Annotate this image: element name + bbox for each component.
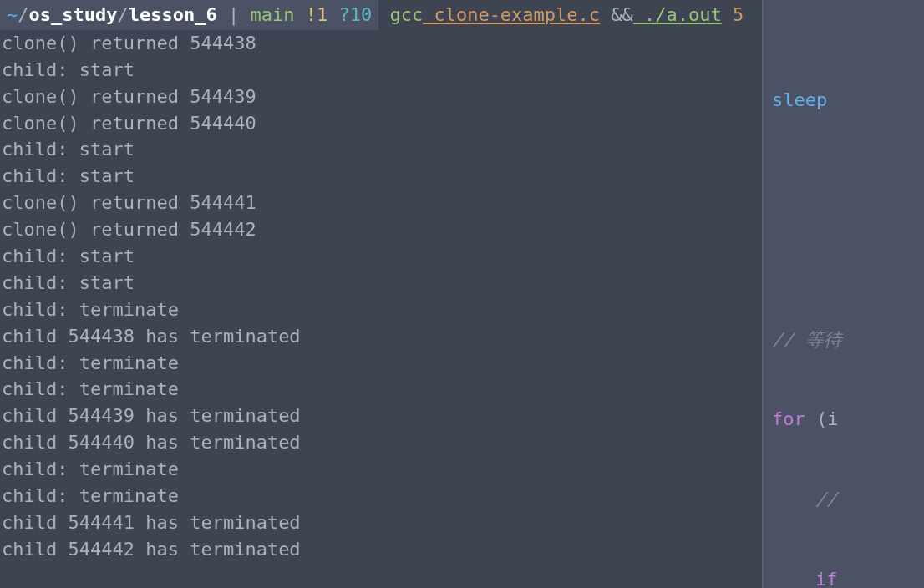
output-line: child: terminate [0, 456, 762, 483]
prompt-wrapper: ~/os_study/lesson_6 | main !1 ?10 gcc cl… [0, 0, 762, 30]
cmd-and: && [600, 4, 633, 25]
output-line: child: start [0, 136, 762, 163]
path-dir-1: os_study [29, 4, 118, 25]
code-line: for (i [772, 406, 924, 433]
output-line: child 544440 has terminated [0, 429, 762, 456]
code-line: sleep [772, 87, 924, 114]
output-line: child: terminate [0, 483, 762, 509]
output-line: child 544439 has terminated [0, 403, 762, 429]
code-line: // [772, 486, 924, 513]
output-line: child: start [0, 163, 762, 190]
output-line: child: terminate [0, 376, 762, 403]
code-pane[interactable]: sleep // 等待 for (i // if pr } // 回收 for … [764, 0, 924, 588]
code-line: // 等待 [772, 327, 924, 353]
terminal-pane[interactable]: ~/os_study/lesson_6 | main !1 ?10 gcc cl… [0, 0, 762, 588]
code-line: if [772, 566, 924, 588]
output-line: child: start [0, 243, 762, 270]
git-branch: main [250, 4, 294, 25]
git-staged: !1 [294, 4, 327, 25]
prompt-segment: ~/os_study/lesson_6 | main !1 ?10 [0, 0, 378, 30]
output-line: clone() returned 544438 [0, 30, 762, 57]
output-line: child: terminate [0, 297, 762, 323]
output-line: clone() returned 544441 [0, 190, 762, 216]
prompt-pipe: | [217, 4, 251, 25]
output-line: clone() returned 544442 [0, 216, 762, 243]
cmd-gcc: gcc [389, 4, 423, 25]
git-untracked: ?10 [327, 4, 372, 25]
cmd-file: clone-example.c [423, 4, 600, 25]
path-dir-2: lesson_6 [129, 4, 217, 25]
output-line: child: start [0, 270, 762, 297]
output-line: child: start [0, 57, 762, 84]
output-line: clone() returned 544440 [0, 110, 762, 137]
code-blank [772, 246, 924, 273]
output-line: child 544442 has terminated [0, 536, 762, 563]
path-sep-2: / [117, 4, 128, 25]
command-input[interactable]: gcc clone-example.c && ./a.out 5 [378, 4, 744, 25]
path-tilde: ~ [7, 4, 18, 25]
output-line: child: terminate [0, 350, 762, 377]
code-blank [772, 166, 924, 193]
output-line: clone() returned 544439 [0, 84, 762, 110]
cmd-run: ./a.out [633, 4, 722, 25]
path-sep: / [18, 4, 28, 25]
output-line: child 544438 has terminated [0, 323, 762, 350]
output-line: child 544441 has terminated [0, 509, 762, 536]
cmd-num: 5 [722, 4, 744, 25]
